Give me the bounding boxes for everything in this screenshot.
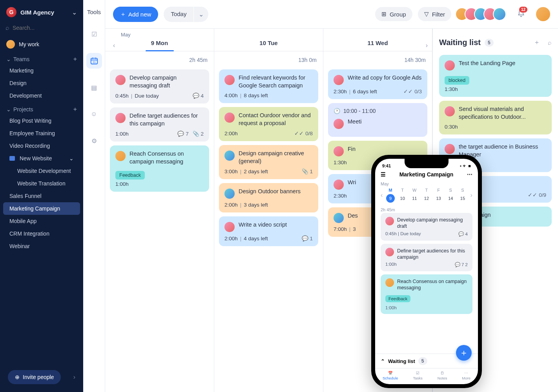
task-card[interactable]: Contact Ourdoor vendor and request a pro…: [219, 107, 318, 141]
phone-task-card[interactable]: Develop campaign messaging draft0:45h | …: [381, 213, 472, 241]
sidebar-item[interactable]: Marketing: [3, 64, 80, 77]
sidebar-item[interactable]: New Website⌄: [3, 152, 80, 165]
my-work[interactable]: My work: [0, 37, 83, 52]
add-project-icon[interactable]: +: [73, 106, 77, 113]
menu-icon[interactable]: ☰: [381, 171, 386, 178]
sidebar-item[interactable]: CRM Integration: [3, 227, 80, 240]
folder-icon: [9, 156, 15, 161]
gear-icon[interactable]: ⚙: [86, 133, 102, 149]
notifications[interactable]: 12: [517, 9, 525, 19]
calendar-icon[interactable]: 31: [86, 53, 102, 69]
sidebar-item[interactable]: Video Recording: [3, 140, 80, 152]
phone-day[interactable]: F13: [434, 188, 443, 203]
day-header[interactable]: 10 Tue: [214, 29, 323, 51]
workspace-switcher[interactable]: G GIM Agency ⌄: [0, 0, 83, 22]
phone-next[interactable]: ›: [470, 192, 472, 199]
rail-label: Tools: [87, 9, 101, 15]
invite-people-button[interactable]: ⊕ Invite people: [8, 370, 61, 384]
task-card[interactable]: Develop campaign messaging draft0:45h|Du…: [110, 69, 209, 103]
search-input[interactable]: [13, 25, 81, 31]
today-dropdown[interactable]: ⌄: [194, 7, 208, 22]
task-card[interactable]: Write ad copy for Google Ads2:30h|6 days…: [328, 69, 427, 99]
phone-day[interactable]: S15: [458, 188, 467, 203]
phone-title: Marketing Campaign: [386, 171, 467, 178]
add-waiting-icon[interactable]: ＋: [534, 38, 540, 47]
checklist-icon[interactable]: ☑: [86, 26, 102, 42]
more-icon[interactable]: ⋯: [467, 171, 472, 178]
avatar: [445, 106, 455, 116]
comment-icon: 💬 1: [302, 235, 313, 241]
phone-task-card[interactable]: Reach Consensus on campaign messagingFee…: [381, 274, 472, 314]
phone-day[interactable]: T12: [422, 188, 431, 203]
today-button[interactable]: Today: [164, 7, 193, 22]
day-header[interactable]: 9 Mon: [105, 29, 214, 51]
avatar: [115, 113, 126, 123]
task-card[interactable]: 🕐10:00 - 11:00Meeti: [328, 103, 427, 137]
search-waiting-icon[interactable]: ⌕: [548, 39, 552, 46]
task-card[interactable]: Design campaign creative (general)3:00h|…: [219, 145, 318, 179]
sidebar-item[interactable]: Marketing Campaign: [3, 202, 80, 215]
waiting-card[interactable]: Send visual materials and specifications…: [439, 101, 552, 134]
add-team-icon[interactable]: +: [73, 56, 77, 63]
attachment-icon: 📎 1: [302, 168, 313, 174]
phone-fab[interactable]: ＋: [456, 345, 472, 361]
filter-icon: ▽: [424, 11, 429, 18]
waiting-card[interactable]: Test the Landing Pageblocked1:30h: [439, 55, 552, 97]
feedback-tag: Feedback: [385, 295, 410, 302]
avatar: [224, 189, 235, 199]
projects-section[interactable]: ⌄ Projects +: [0, 102, 83, 114]
comment-icon: 💬 4: [193, 93, 204, 99]
comment-icon: 💬 7 2: [455, 262, 468, 267]
user-avatar[interactable]: [536, 7, 550, 21]
phone-day[interactable]: W11: [410, 188, 419, 203]
avatar: [224, 75, 235, 85]
teams-section[interactable]: ⌄ Teams +: [0, 52, 83, 64]
sidebar-item[interactable]: Blog Post Writing: [3, 114, 80, 127]
avatar: [334, 146, 344, 156]
notif-badge: 12: [519, 7, 527, 13]
tab-icon: 📅: [388, 371, 393, 375]
tab-icon: ☑: [416, 371, 419, 375]
chevron-right-icon[interactable]: ›: [73, 374, 75, 381]
sidebar-item[interactable]: Employee Training: [3, 127, 80, 140]
group-button[interactable]: ⊞ Group: [375, 7, 412, 21]
sidebar-item[interactable]: Mobile App: [3, 215, 80, 227]
checklist-icon: ✓✓ 0/9: [528, 192, 546, 198]
sidebar-item[interactable]: Design: [3, 77, 80, 89]
tool-rail: Tools ☑ 31 ▤ ☺ ⚙: [83, 0, 105, 392]
avatar: [115, 75, 126, 85]
phone-day[interactable]: T10: [398, 188, 407, 203]
checklist-icon: ✓✓ 0/8: [294, 130, 313, 136]
document-icon[interactable]: ▤: [86, 80, 102, 95]
sidebar-item[interactable]: Website Development: [3, 165, 80, 177]
task-card[interactable]: Write a video script2:00h|4 days left💬 1: [219, 216, 318, 246]
phone-tab[interactable]: ⋯More: [462, 371, 470, 380]
add-new-button[interactable]: ＋ Add new: [113, 7, 158, 22]
phone-tab[interactable]: ☑Tasks: [413, 371, 422, 380]
prev-day[interactable]: ‹: [113, 42, 115, 49]
task-card[interactable]: Define target audiences for this campaig…: [110, 107, 209, 142]
sidebar-item[interactable]: Sales Funnel: [3, 190, 80, 202]
search-row[interactable]: ⌕: [5, 24, 78, 31]
person-icon[interactable]: ☺: [86, 106, 102, 122]
avatar: [224, 113, 235, 123]
phone-prev[interactable]: ‹: [381, 192, 383, 199]
task-card[interactable]: Design Outdoor banners2:00h|3 days left: [219, 183, 318, 212]
member-avatars[interactable]: [459, 7, 506, 21]
phone-day[interactable]: M9: [386, 188, 395, 203]
comment-icon: 💬 7: [177, 131, 188, 137]
filter-button[interactable]: ▽ Filter: [418, 7, 451, 21]
phone-tab[interactable]: 📅Schedule: [383, 371, 398, 380]
sidebar-item[interactable]: Website Translation: [3, 177, 80, 190]
task-card[interactable]: Find relevant keywords for Google Search…: [219, 69, 318, 103]
person-add-icon: ⊕: [15, 374, 20, 380]
phone-tab[interactable]: 🗒Notes: [438, 371, 447, 380]
task-card[interactable]: Reach Consensus on campaign messagingFee…: [110, 145, 209, 192]
sidebar-item[interactable]: Development: [3, 89, 80, 102]
phone-day[interactable]: S14: [446, 188, 455, 203]
day-header[interactable]: 11 Wed: [323, 29, 432, 51]
next-day[interactable]: ›: [426, 42, 428, 49]
sidebar-item[interactable]: Webinar: [3, 240, 80, 252]
phone-task-card[interactable]: Define target audiences for this campaig…: [381, 244, 472, 272]
avatar: [334, 75, 344, 85]
